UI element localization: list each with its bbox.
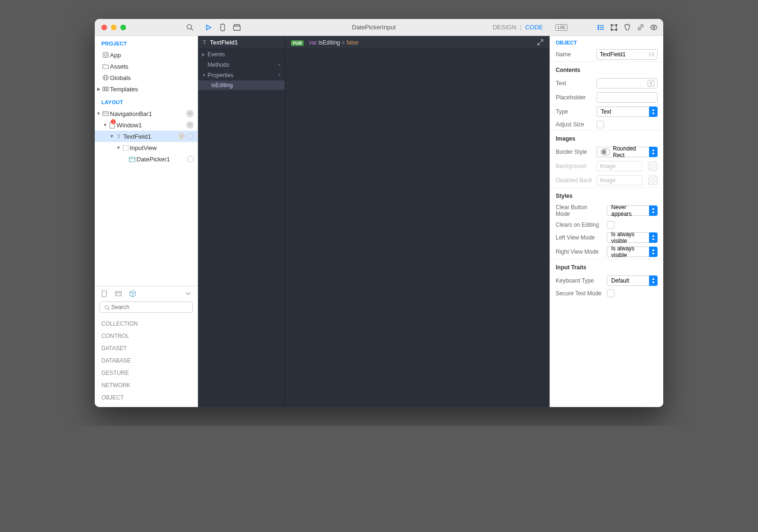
disclosure-arrow-icon[interactable]: ▼ [109,134,115,139]
log-button[interactable]: LOG [555,24,568,31]
type-select[interactable]: Text [596,106,658,117]
disclosure-arrow-icon[interactable]: ▼ [202,73,208,78]
code-area[interactable]: PUB var isEditing = false [285,36,550,407]
shield-icon[interactable] [623,24,631,31]
project-item-globals[interactable]: Globals [95,72,198,83]
search-icon[interactable] [186,24,193,31]
row-adjust-size: Adjust Size [550,119,663,130]
select-stepper-icon[interactable] [649,106,658,117]
disclosure-arrow-icon[interactable]: ▶ [96,87,101,91]
globe-icon [101,74,110,81]
svg-marker-42 [652,208,655,210]
layout-section-header: LAYOUT [95,95,198,108]
lib-category[interactable]: COLLECTION [101,318,191,330]
layout-item-window[interactable]: ▼ 1 Window1 + [95,119,198,131]
select-stepper-icon[interactable] [649,147,658,157]
lib-tab-layout-icon[interactable] [115,290,122,298]
minimize-window-button[interactable] [111,25,117,30]
add-button[interactable]: + [178,133,185,140]
text-input[interactable]: T [596,78,658,89]
library-search-input[interactable] [99,301,193,313]
expand-icon[interactable] [536,39,544,46]
lib-category[interactable]: SENSOR [101,404,191,408]
svg-rect-4 [234,26,240,30]
code-property-item[interactable]: isEditing [198,80,285,90]
svg-marker-40 [652,149,655,151]
select-stepper-icon[interactable] [649,247,658,257]
add-button[interactable]: + [186,110,194,117]
lib-category[interactable]: DATASET [101,342,191,355]
list-icon[interactable] [597,24,605,31]
lib-category[interactable]: CONTROL [101,330,191,342]
var-value: false [346,39,358,46]
tab-index: 19 [649,52,654,57]
layout-item-datepicker[interactable]: DatePicker1 [95,153,198,165]
field-label: Name [556,51,593,58]
add-method-button[interactable]: + [278,62,281,68]
design-mode-label[interactable]: DESIGN [493,24,516,31]
svg-marker-48 [652,278,655,280]
bounds-icon[interactable] [610,24,618,31]
field-label: Adjust Size [556,121,593,128]
navbar-icon [101,111,110,116]
name-input[interactable]: TextField1 19 [596,49,658,60]
project-item-templates[interactable]: ▶ Templates [95,83,198,95]
textfield-icon: T [203,39,206,46]
lib-category[interactable]: OBJECT [101,391,191,404]
border-style-select[interactable]: Rounded Rect [596,147,658,157]
add-property-button[interactable]: + [278,72,281,79]
placeholder-input[interactable] [596,92,658,103]
right-view-mode-select[interactable]: Is always visible [607,247,658,257]
code-object-header: T TextField1 [198,36,285,49]
svg-rect-22 [103,87,104,91]
link-icon[interactable] [637,24,644,31]
left-view-mode-select[interactable]: Is always visible [607,232,658,243]
lib-category[interactable]: GESTURE [101,367,191,379]
archive-icon[interactable] [233,24,241,31]
code-section-events[interactable]: ▶ Events [198,49,285,60]
keyboard-type-select[interactable]: Default [607,275,658,286]
view-mode-switch[interactable]: DESIGN | CODE [493,24,550,31]
select-stepper-icon[interactable] [649,275,658,286]
disclosure-arrow-icon[interactable]: ▼ [116,145,121,150]
svg-marker-47 [652,253,655,255]
layout-item-navbar[interactable]: ▼ NavigationBar1 + [95,108,198,119]
window-icon: 1 [108,122,117,129]
var-name: isEditing [318,39,340,46]
device-icon[interactable] [219,24,226,31]
text-format-icon[interactable]: T [648,80,654,87]
secure-text-checkbox[interactable] [607,290,614,297]
disabled-back-input: Image [596,175,642,186]
titlebar-left [95,24,198,31]
add-button[interactable]: + [186,121,194,129]
layout-item-inputview[interactable]: ▼ InputView [95,142,198,153]
disclosure-arrow-icon[interactable]: ▼ [102,123,108,127]
pub-badge: PUB [291,40,304,46]
project-item-app[interactable]: App [95,49,198,61]
select-stepper-icon[interactable] [649,205,658,216]
play-icon[interactable] [205,24,212,31]
lib-category[interactable]: NETWORK [101,379,191,391]
lib-tab-device-icon[interactable] [100,290,108,298]
chevron-down-icon[interactable] [184,290,192,298]
project-item-assets[interactable]: Assets [95,61,198,72]
eye-icon[interactable] [650,24,658,31]
lib-category[interactable]: DATABASE [101,355,191,367]
svg-rect-25 [103,112,108,115]
lib-tab-cube-icon[interactable] [129,290,136,298]
code-section-properties[interactable]: ▼ Properties + [198,70,285,80]
select-stepper-icon[interactable] [649,232,658,243]
clear-mode-select[interactable]: Never appears [607,205,658,216]
close-window-button[interactable] [101,25,107,30]
disclosure-arrow-icon[interactable]: ▶ [202,52,208,57]
zoom-window-button[interactable] [120,25,126,30]
section-label: Events [208,51,225,58]
clears-on-editing-checkbox[interactable] [607,221,614,229]
code-mode-label[interactable]: CODE [525,24,543,31]
code-section-methods[interactable]: Methods + [198,60,285,70]
adjust-size-checkbox[interactable] [596,121,604,128]
layout-item-textfield[interactable]: ▼ T TextField1 + [95,131,198,142]
disclosure-arrow-icon[interactable]: ▼ [96,111,101,116]
image-picker-button [648,161,658,171]
library-search [99,301,193,313]
